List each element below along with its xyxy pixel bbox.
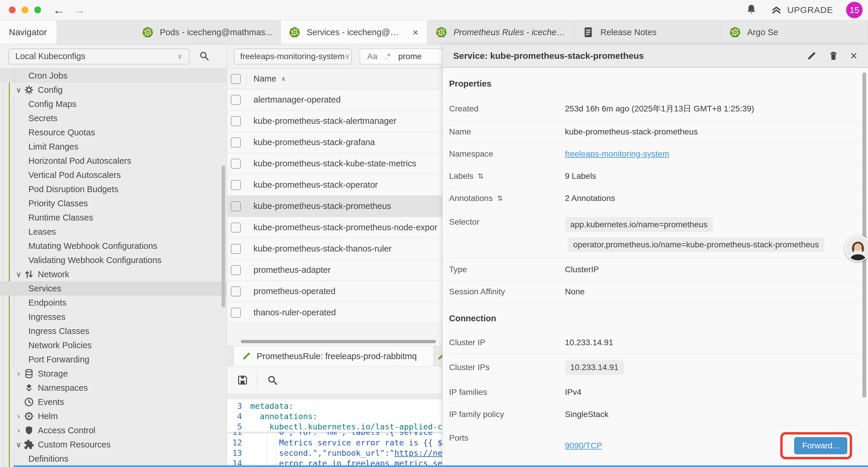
forward-arrow-icon[interactable]: →	[73, 4, 85, 16]
back-arrow-icon[interactable]: ←	[53, 4, 65, 16]
filter-input[interactable]: Aa .* prome	[360, 49, 448, 64]
dock-tab-prometheusrule[interactable]: PrometheusRule: freeleaps-prod-rabbitmq	[234, 346, 434, 366]
row-checkbox[interactable]	[231, 201, 241, 211]
namespace-link[interactable]: freeleaps-monitoring-system	[565, 149, 669, 159]
match-case-toggle[interactable]: Aa	[367, 52, 377, 61]
row-checkbox[interactable]	[231, 95, 241, 105]
minimize-window-button[interactable]	[22, 6, 28, 13]
sidebar-item-config-maps[interactable]: Config Maps	[0, 97, 226, 111]
detail-scrollbar[interactable]	[862, 72, 866, 398]
sidebar-item-cron-jobs[interactable]: Cron Jobs	[0, 68, 226, 83]
line-number: 12	[227, 438, 250, 447]
sidebar-item-mutating-webhook-configurations[interactable]: Mutating Webhook Configurations	[0, 239, 226, 253]
chevron-down-icon: ∨	[344, 52, 350, 61]
sidebar-item-limit-ranges[interactable]: Limit Ranges	[0, 140, 226, 154]
row-checkbox[interactable]	[231, 138, 241, 147]
row-checkbox[interactable]	[231, 223, 241, 233]
sidebar-item-horizontal-pod-autoscalers[interactable]: Horizontal Pod Autoscalers	[0, 154, 226, 168]
sidebar-item-label: Network	[38, 269, 69, 279]
edit-service-icon[interactable]	[806, 51, 817, 61]
detail-row-label: Cluster IPs	[449, 363, 565, 372]
save-button[interactable]	[237, 374, 248, 386]
sidebar-item-leases[interactable]: Leases	[0, 225, 226, 239]
detail-row-value: ClusterIP	[565, 265, 861, 274]
chevron-down-icon[interactable]: ∨	[13, 85, 24, 95]
sidebar-item-namespaces[interactable]: Namespaces	[0, 381, 226, 395]
app-tab[interactable]: Argo Se	[721, 20, 868, 44]
chevron-down-icon[interactable]: ∨	[13, 270, 24, 279]
sort-asc-icon: ∧	[281, 75, 286, 83]
close-window-button[interactable]	[9, 6, 16, 13]
sidebar-item-network-policies[interactable]: Network Policies	[0, 338, 226, 352]
sidebar-item-pod-disruption-budgets[interactable]: Pod Disruption Budgets	[0, 182, 226, 196]
port-link[interactable]: 9090/TCP	[565, 441, 794, 450]
name-column-header[interactable]: Name ∧	[253, 74, 286, 84]
kubeconfig-select[interactable]: Local Kubeconfigs ∨	[8, 49, 190, 64]
sidebar-search-icon[interactable]	[198, 50, 210, 63]
close-panel-icon[interactable]: ×	[850, 50, 857, 62]
forward-button[interactable]: Forward...	[794, 437, 847, 454]
user-avatar[interactable]	[845, 235, 868, 261]
line-number: 4	[227, 412, 250, 421]
document-icon	[582, 26, 594, 38]
sidebar-item-services[interactable]: Services	[0, 282, 226, 296]
sidebar-item-resource-quotas[interactable]: Resource Quotas	[0, 125, 226, 140]
notification-count-badge[interactable]: 15	[846, 2, 863, 18]
sort-updown-icon[interactable]: ⇅	[497, 194, 503, 202]
sidebar-item-port-forwarding[interactable]: Port Forwarding	[0, 352, 226, 367]
horizontal-scrollbar[interactable]	[241, 340, 436, 343]
sidebar-item-validating-webhook-configurations[interactable]: Validating Webhook Configurations	[0, 253, 226, 267]
row-checkbox[interactable]	[231, 244, 241, 254]
row-checkbox[interactable]	[231, 116, 241, 126]
app-tab[interactable]: Services - icecheng@math...×	[281, 20, 428, 44]
app-tab[interactable]: Release Notes	[574, 20, 721, 44]
sidebar-item-helm[interactable]: ›Helm	[0, 409, 226, 423]
service-name-cell: kube-prometheus-stack-prometheus	[253, 201, 391, 211]
maximize-window-button[interactable]	[34, 6, 41, 13]
sidebar-item-secrets[interactable]: Secrets	[0, 111, 226, 125]
sidebar-item-ingresses[interactable]: Ingresses	[0, 310, 226, 324]
sidebar-item-events[interactable]: Events	[0, 395, 226, 409]
sidebar-item-config[interactable]: ∨Config	[0, 83, 226, 97]
editor-search-icon[interactable]	[267, 374, 278, 386]
sidebar-item-runtime-classes[interactable]: Runtime Classes	[0, 210, 226, 225]
sidebar-item-access-control[interactable]: ›Access Control	[0, 423, 226, 437]
delete-service-icon[interactable]	[828, 51, 839, 61]
namespace-select[interactable]: freeleaps-monitoring-system ∨	[234, 49, 352, 64]
detail-row-label: IP families	[449, 387, 565, 397]
sidebar-item-label: Leases	[28, 227, 56, 237]
sidebar-item-definitions[interactable]: Definitions	[0, 451, 226, 466]
chevron-right-icon[interactable]: ›	[13, 412, 24, 421]
upgrade-button[interactable]: UPGRADE	[770, 4, 833, 16]
regex-toggle[interactable]: .*	[385, 52, 391, 61]
detail-row-label: Annotations⇅	[449, 194, 565, 203]
app-tab[interactable]: Pods - icecheng@mathmas...	[134, 20, 281, 44]
sidebar-item-network[interactable]: ∨Network	[0, 267, 226, 282]
sidebar-item-storage[interactable]: ›Storage	[0, 367, 226, 381]
sidebar-item-priority-classes[interactable]: Priority Classes	[0, 196, 226, 210]
navigator-tab[interactable]: Navigator	[0, 20, 57, 44]
value-badge: 10.233.14.91	[565, 360, 624, 375]
row-checkbox[interactable]	[231, 286, 241, 296]
sidebar-item-vertical-pod-autoscalers[interactable]: Vertical Pod Autoscalers	[0, 168, 226, 182]
row-checkbox[interactable]	[231, 180, 241, 190]
header-divider	[246, 72, 246, 86]
select-all-checkbox[interactable]	[231, 74, 241, 84]
row-checkbox[interactable]	[231, 308, 241, 318]
sort-updown-icon[interactable]: ⇅	[478, 172, 484, 180]
close-tab-icon[interactable]: ×	[411, 27, 420, 38]
sidebar-scrollbar[interactable]	[222, 166, 225, 308]
chevron-down-icon[interactable]: ∨	[13, 440, 24, 449]
sidebar-item-endpoints[interactable]: Endpoints	[0, 296, 226, 310]
detail-row: IP family policySingleStack	[449, 404, 861, 426]
row-checkbox[interactable]	[231, 265, 241, 275]
app-tab[interactable]: Prometheus Rules - icecheng...	[428, 20, 574, 44]
sidebar-item-ingress-classes[interactable]: Ingress Classes	[0, 324, 226, 338]
chevron-right-icon[interactable]: ›	[13, 426, 24, 435]
window-controls	[9, 6, 41, 13]
chevron-right-icon[interactable]: ›	[13, 369, 24, 378]
sidebar-item-custom-resources[interactable]: ∨Custom Resources	[0, 437, 226, 451]
row-checkbox[interactable]	[231, 159, 241, 169]
detail-title: Service: kube-prometheus-stack-prometheu…	[453, 51, 806, 61]
notifications-bell-icon[interactable]	[745, 4, 757, 17]
